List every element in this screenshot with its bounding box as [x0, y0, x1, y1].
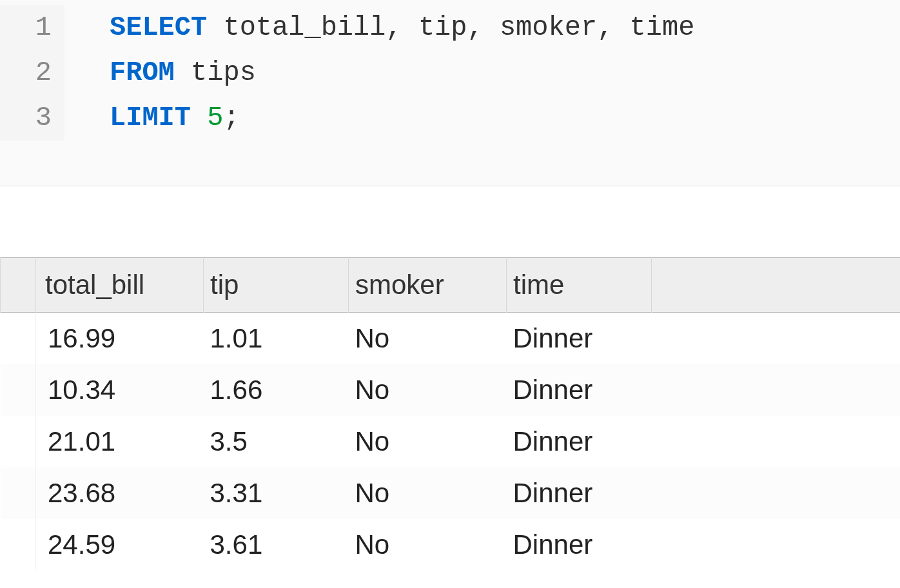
- line-number: 1: [0, 5, 52, 50]
- table-cell-blank: [652, 313, 901, 365]
- table-row[interactable]: 24.593.61NoDinner: [1, 519, 901, 571]
- row-header-spacer: [1, 258, 36, 313]
- table-cell[interactable]: 24.59: [36, 519, 204, 571]
- table-cell[interactable]: 23.68: [36, 467, 204, 519]
- column-header-blank: [652, 258, 901, 313]
- row-spacer: [1, 416, 36, 467]
- table-cell[interactable]: Dinner: [507, 364, 652, 416]
- table-cell[interactable]: 3.61: [204, 519, 349, 571]
- code-content[interactable]: SELECT total_bill, tip, smoker, timeFROM…: [64, 5, 694, 141]
- row-spacer: [1, 519, 36, 571]
- table-cell[interactable]: No: [349, 467, 507, 519]
- table-header: total_bill tip smoker time: [1, 258, 901, 313]
- table-row[interactable]: 21.013.5NoDinner: [1, 416, 901, 467]
- table-cell[interactable]: 3.31: [204, 467, 349, 519]
- table-cell[interactable]: Dinner: [507, 467, 652, 519]
- row-spacer: [1, 467, 36, 519]
- table-cell[interactable]: No: [349, 313, 507, 365]
- column-header[interactable]: smoker: [349, 258, 507, 313]
- results-table: total_bill tip smoker time 16.991.01NoDi…: [0, 257, 900, 571]
- table-cell[interactable]: No: [349, 416, 507, 467]
- table-cell[interactable]: No: [349, 364, 507, 416]
- table-cell-blank: [652, 364, 901, 416]
- table-cell[interactable]: Dinner: [507, 519, 652, 571]
- sql-editor[interactable]: 1 2 3 SELECT total_bill, tip, smoker, ti…: [0, 0, 900, 186]
- table-row[interactable]: 10.341.66NoDinner: [1, 364, 901, 416]
- table-body: 16.991.01NoDinner10.341.66NoDinner21.013…: [1, 313, 901, 571]
- column-header[interactable]: time: [507, 258, 652, 313]
- query-results: total_bill tip smoker time 16.991.01NoDi…: [0, 186, 900, 571]
- table-cell[interactable]: 1.01: [204, 313, 349, 365]
- table-cell-blank: [652, 467, 901, 519]
- table-cell[interactable]: 16.99: [36, 313, 204, 365]
- table-cell[interactable]: 10.34: [36, 364, 204, 416]
- column-header[interactable]: tip: [204, 258, 349, 313]
- row-spacer: [1, 313, 36, 365]
- table-cell[interactable]: No: [349, 519, 507, 571]
- table-cell[interactable]: 1.66: [204, 364, 349, 416]
- line-number: 3: [0, 95, 52, 141]
- table-cell[interactable]: Dinner: [507, 416, 652, 467]
- line-number-gutter: 1 2 3: [0, 5, 64, 141]
- table-cell[interactable]: 3.5: [204, 416, 349, 467]
- line-number: 2: [0, 50, 52, 95]
- table-row[interactable]: 16.991.01NoDinner: [1, 313, 901, 365]
- column-header[interactable]: total_bill: [36, 258, 204, 313]
- table-cell[interactable]: Dinner: [507, 313, 652, 365]
- table-cell[interactable]: 21.01: [36, 416, 204, 467]
- table-row[interactable]: 23.683.31NoDinner: [1, 467, 901, 519]
- row-spacer: [1, 364, 36, 416]
- table-cell-blank: [652, 416, 901, 467]
- table-cell-blank: [652, 519, 901, 571]
